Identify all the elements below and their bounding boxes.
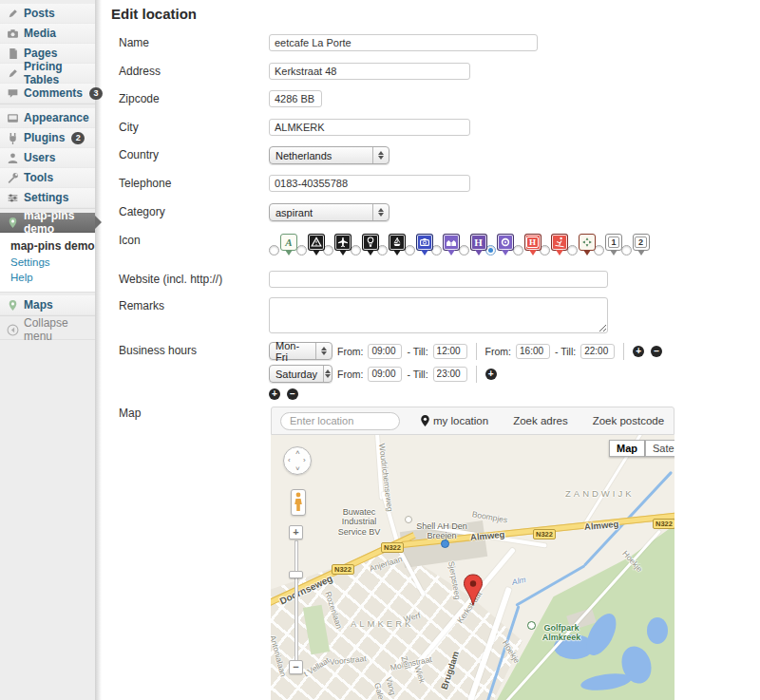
road-number-badge: N322 xyxy=(332,564,354,575)
sidebar-item-comments[interactable]: Comments 3 xyxy=(0,84,95,104)
pan-down-icon[interactable]: ˅ xyxy=(295,465,300,473)
collapse-arrow-icon xyxy=(7,324,19,336)
sidebar-item-media[interactable]: Media xyxy=(0,24,95,44)
sidebar-item-settings[interactable]: Settings xyxy=(0,188,95,208)
from-time-input[interactable] xyxy=(516,344,550,359)
map-type-map-button[interactable]: Map xyxy=(609,440,645,457)
icon-radio[interactable] xyxy=(540,245,550,255)
submenu-item-settings[interactable]: Settings xyxy=(10,255,95,270)
category-select[interactable]: aspirant xyxy=(269,203,390,221)
icon-radio[interactable] xyxy=(351,245,361,255)
media-icon xyxy=(7,28,19,40)
zipcode-input[interactable] xyxy=(269,90,322,107)
map-pin-icon xyxy=(7,217,19,229)
village-pin-icon[interactable] xyxy=(443,234,460,251)
zoom-slider-track[interactable] xyxy=(294,540,298,661)
sidebar-item-plugins[interactable]: Plugins 2 xyxy=(0,128,95,148)
icon-radio[interactable] xyxy=(405,245,415,255)
sidebar-item-maps[interactable]: Maps xyxy=(0,295,95,315)
circle-purple-pin-icon[interactable] xyxy=(497,234,514,251)
address-input[interactable] xyxy=(269,63,470,80)
icon-radio[interactable] xyxy=(621,245,632,255)
website-input[interactable] xyxy=(269,271,608,288)
submenu-item-help[interactable]: Help xyxy=(10,270,95,285)
number-2-pin-icon[interactable]: 2 xyxy=(633,234,650,251)
google-map[interactable]: N322 N322 N322 N322 Woudrichemseweg Buwa… xyxy=(271,435,674,700)
from-time-input[interactable] xyxy=(368,344,402,359)
sidebar-item-appearance[interactable]: Appearance xyxy=(0,108,95,128)
icon-radio[interactable] xyxy=(459,245,469,255)
zoom-out-button[interactable]: − xyxy=(289,660,303,674)
icon-option-compass xyxy=(567,234,594,257)
sidebar-item-tools[interactable]: Tools xyxy=(0,168,95,188)
zipcode-label: Zipcode xyxy=(119,92,160,105)
letter-a-pin-icon[interactable]: A xyxy=(280,234,297,251)
number-1-pin-icon[interactable]: 1 xyxy=(605,234,622,251)
map-pan-control[interactable]: ˄ ˅ ‹ › xyxy=(283,446,312,475)
icon-option-sailboat xyxy=(377,234,404,257)
remarks-label: Remarks xyxy=(119,299,164,312)
sidebar-item-map-pins-demo[interactable]: map-pins demo xyxy=(0,213,95,233)
till-label: - Till: xyxy=(407,369,428,380)
city-input[interactable] xyxy=(269,119,470,136)
category-select-value: aspirant xyxy=(270,207,372,218)
airplane-pin-icon[interactable] xyxy=(334,234,352,251)
gas-station-icon[interactable] xyxy=(441,539,449,548)
collapse-menu-button[interactable]: Collapse menu xyxy=(0,320,95,340)
balloon-pin-icon[interactable] xyxy=(362,234,379,251)
icon-radio[interactable] xyxy=(594,245,604,255)
location-marker[interactable] xyxy=(463,574,484,610)
compass-pin-icon[interactable] xyxy=(579,234,596,251)
till-time-input[interactable] xyxy=(433,344,467,359)
poi-dot-icon[interactable] xyxy=(405,516,412,523)
my-location-button[interactable]: my location xyxy=(408,407,501,434)
till-time-input[interactable] xyxy=(433,367,467,382)
day-select[interactable]: Mon-Fri xyxy=(269,342,332,360)
icon-radio[interactable] xyxy=(296,245,307,255)
sidebar-item-posts[interactable]: Posts xyxy=(0,4,95,24)
sidebar-item-pricing-tables[interactable]: Pricing Tables xyxy=(0,64,95,84)
icon-radio[interactable] xyxy=(431,245,442,255)
from-time-input[interactable] xyxy=(368,367,402,382)
day-select[interactable]: Saturday xyxy=(269,365,332,383)
settings-icon xyxy=(7,192,19,204)
road-number-badge: N322 xyxy=(653,519,674,529)
icon-radio[interactable] xyxy=(485,245,496,255)
sidebar-item-users[interactable]: Users xyxy=(0,148,95,168)
zoom-in-button[interactable]: + xyxy=(289,525,303,539)
warning-pin-icon[interactable] xyxy=(308,234,325,251)
remarks-textarea[interactable] xyxy=(269,297,608,333)
submenu-item-map-pins-demo[interactable]: map-pins demo xyxy=(10,238,95,255)
zoek-adres-button[interactable]: Zoek adres xyxy=(501,407,580,434)
zoom-slider-knob[interactable] xyxy=(289,571,303,578)
telephone-input[interactable] xyxy=(269,175,470,192)
remove-range-button[interactable]: − xyxy=(651,346,662,357)
till-time-input[interactable] xyxy=(580,344,615,359)
map-search-input[interactable] xyxy=(280,412,400,430)
area-label: ZANDWIJK xyxy=(565,488,635,499)
letter-h-purple-pin-icon[interactable]: H xyxy=(470,234,487,251)
business-hours-row-2: Saturday From: - Till: + xyxy=(269,365,725,383)
sailboat-pin-icon[interactable] xyxy=(389,234,406,251)
skier-pin-icon[interactable] xyxy=(551,234,568,251)
zoek-postcode-button[interactable]: Zoek postcode xyxy=(580,407,676,434)
icon-radio[interactable] xyxy=(377,245,388,255)
pan-right-icon[interactable]: › xyxy=(303,457,306,464)
map-type-satellite-button[interactable]: Satellite xyxy=(645,440,674,457)
icon-radio[interactable] xyxy=(513,245,523,255)
pegman-control[interactable] xyxy=(291,489,306,516)
remove-day-button[interactable]: − xyxy=(287,388,298,400)
letter-h-red-pin-icon[interactable]: H xyxy=(524,234,542,251)
name-input[interactable] xyxy=(269,34,538,51)
icon-radio[interactable] xyxy=(323,245,333,255)
add-day-button[interactable]: + xyxy=(269,388,280,400)
country-select[interactable]: Netherlands xyxy=(269,146,390,164)
golf-poi-icon[interactable] xyxy=(527,621,536,630)
pan-up-icon[interactable]: ˄ xyxy=(295,449,300,457)
camera-pin-icon[interactable] xyxy=(416,234,433,251)
icon-radio[interactable] xyxy=(269,245,279,255)
pan-left-icon[interactable]: ‹ xyxy=(288,457,291,464)
add-range-button[interactable]: + xyxy=(485,369,497,380)
add-range-button[interactable]: + xyxy=(633,346,644,357)
icon-radio[interactable] xyxy=(567,245,578,255)
